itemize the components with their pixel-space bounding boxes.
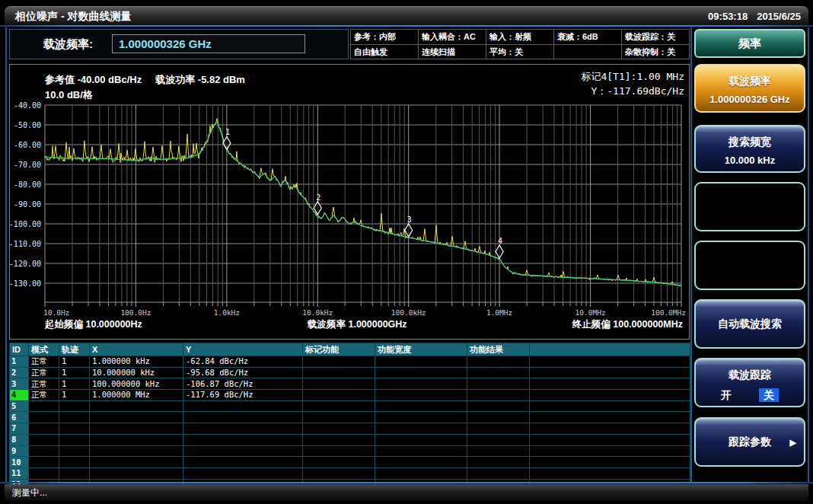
marker-diamond-1[interactable] [223,136,231,149]
marker-cell-2-8[interactable] [530,367,690,378]
marker-cell-8-1[interactable] [29,434,59,445]
marker-cell-1-8[interactable] [530,356,690,368]
marker-cell-9-7[interactable] [467,445,530,457]
marker-cell-2-7[interactable] [467,367,530,378]
marker-cell-4-8[interactable] [530,390,690,401]
marker-cell-8-5[interactable] [303,434,375,445]
marker-cell-8-0[interactable]: 8 [10,434,29,445]
marker-cell-7-8[interactable] [530,423,690,435]
marker-cell-9-4[interactable] [183,445,303,457]
marker-cell-5-4[interactable] [183,400,303,412]
marker-cell-9-6[interactable] [375,445,467,457]
carrier-tracking-button[interactable]: 载波跟踪开关 [694,358,805,407]
carrier-frequency-input[interactable]: 1.000000326 GHz [112,34,305,53]
marker-cell-4-4[interactable]: -117.69 dBc/Hz [183,390,303,401]
marker-cell-10-5[interactable] [303,457,375,468]
marker-cell-5-5[interactable] [303,400,375,412]
marker-cell-10-2[interactable] [59,457,90,468]
marker-cell-7-5[interactable] [303,423,375,435]
marker-cell-4-0[interactable]: 4 [10,390,29,401]
marker-cell-8-6[interactable] [375,434,467,445]
marker-cell-8-2[interactable] [59,434,90,445]
marker-cell-11-0[interactable]: 11 [10,467,29,479]
marker-cell-3-7[interactable] [467,378,530,390]
marker-cell-1-6[interactable] [375,356,467,368]
marker-cell-3-8[interactable] [530,378,690,390]
marker-cell-7-0[interactable]: 7 [10,423,29,435]
marker-cell-10-7[interactable] [467,457,530,468]
tracking-params-button[interactable]: 跟踪参数▶ [694,417,805,467]
marker-cell-5-1[interactable] [29,400,59,412]
marker-cell-3-6[interactable] [375,378,467,390]
marker-cell-1-5[interactable] [303,356,375,368]
marker-cell-2-1[interactable]: 正常 [29,367,59,378]
marker-cell-11-3[interactable] [90,467,183,479]
marker-cell-1-0[interactable]: 1 [10,356,29,368]
marker-cell-3-1[interactable]: 正常 [29,378,59,390]
marker-cell-8-4[interactable] [183,434,303,445]
marker-cell-5-0[interactable]: 5 [10,400,29,412]
marker-cell-6-7[interactable] [467,412,530,423]
marker-cell-11-1[interactable] [29,467,59,479]
marker-cell-5-3[interactable] [90,400,183,412]
marker-cell-1-4[interactable]: -62.84 dBc/Hz [183,356,303,368]
marker-cell-10-4[interactable] [183,457,303,468]
marker-cell-9-8[interactable] [530,445,690,457]
marker-cell-6-6[interactable] [375,412,467,423]
marker-cell-7-3[interactable] [90,423,183,435]
marker-cell-6-5[interactable] [303,412,375,423]
marker-cell-9-3[interactable] [90,445,183,457]
marker-cell-6-4[interactable] [183,412,303,423]
auto-carrier-search-button[interactable]: 自动载波搜索 [694,299,805,349]
marker-cell-3-0[interactable]: 3 [10,378,29,390]
marker-cell-3-5[interactable] [303,378,375,390]
marker-cell-5-8[interactable] [530,400,690,412]
marker-diamond-4[interactable] [496,245,503,258]
marker-cell-10-8[interactable] [530,457,690,468]
marker-cell-8-8[interactable] [530,434,690,445]
marker-cell-8-7[interactable] [467,434,530,445]
marker-cell-7-1[interactable] [29,423,59,435]
carrier-tracking-toggle-off[interactable]: 关 [759,388,779,402]
marker-cell-5-6[interactable] [375,400,467,412]
marker-cell-11-6[interactable] [375,467,467,479]
marker-cell-6-0[interactable]: 6 [10,412,29,423]
marker-cell-4-6[interactable] [375,390,467,401]
blank-1-button[interactable] [694,182,805,231]
marker-cell-2-6[interactable] [375,367,467,378]
marker-cell-4-7[interactable] [467,390,530,401]
marker-cell-9-5[interactable] [303,445,375,457]
search-bandwidth-button[interactable]: 搜索频宽10.000 kHz [694,125,805,173]
marker-cell-10-1[interactable] [29,457,59,468]
marker-cell-4-1[interactable]: 正常 [29,390,59,401]
marker-cell-4-3[interactable]: 1.000000 MHz [90,390,183,401]
marker-cell-11-4[interactable] [183,467,303,479]
marker-cell-2-3[interactable]: 10.000000 kHz [90,367,183,378]
marker-cell-6-1[interactable] [29,412,59,423]
marker-cell-7-6[interactable] [375,423,467,435]
marker-cell-6-3[interactable] [90,412,183,423]
carrier-frequency-button[interactable]: 载波频率1.000000326 GHz [694,64,805,113]
carrier-tracking-toggle-on[interactable]: 开 [721,389,732,401]
marker-cell-9-0[interactable]: 9 [10,445,29,457]
marker-cell-9-1[interactable] [29,445,59,457]
marker-cell-1-7[interactable] [467,356,530,368]
marker-cell-11-8[interactable] [530,467,690,479]
marker-cell-11-7[interactable] [467,467,530,479]
marker-cell-2-2[interactable]: 1 [59,367,90,378]
blank-2-button[interactable] [694,241,805,290]
marker-cell-6-8[interactable] [530,412,690,423]
phase-noise-plot[interactable]: -40.00-50.00-60.00-70.00-80.00-90.00-100… [10,65,689,339]
marker-cell-7-7[interactable] [467,423,530,435]
marker-cell-9-2[interactable] [59,445,90,457]
marker-cell-2-0[interactable]: 2 [10,367,29,378]
marker-cell-10-6[interactable] [375,457,467,468]
marker-cell-8-3[interactable] [90,434,183,445]
marker-cell-10-0[interactable]: 10 [10,457,29,468]
marker-cell-5-2[interactable] [59,400,90,412]
marker-cell-6-2[interactable] [59,412,90,423]
marker-cell-1-3[interactable]: 1.000000 kHz [90,356,183,368]
marker-cell-3-3[interactable]: 100.000000 kHz [90,378,183,390]
marker-cell-4-5[interactable] [303,390,375,401]
marker-cell-10-3[interactable] [90,457,183,468]
